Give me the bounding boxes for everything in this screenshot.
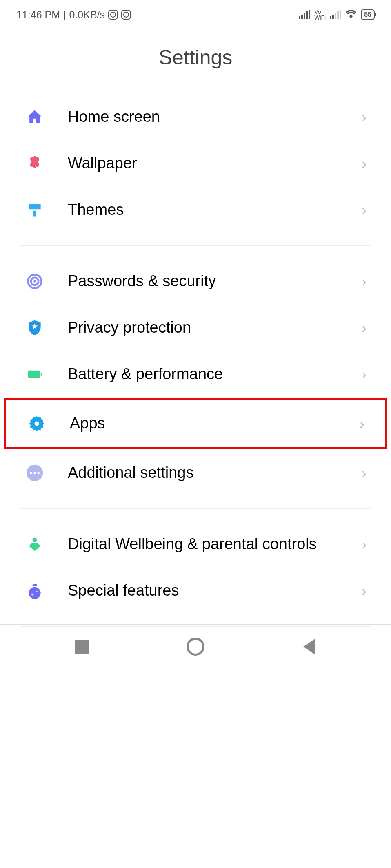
svg-point-2 <box>33 280 36 283</box>
battery-icon <box>24 364 45 384</box>
status-right: Vo WiFi 55 <box>299 8 375 21</box>
settings-item-label: Passwords & security <box>68 271 362 291</box>
circle-icon <box>187 638 204 656</box>
settings-item-label: Additional settings <box>68 463 362 483</box>
divider <box>20 245 371 246</box>
signal-icon <box>299 11 310 19</box>
chevron-right-icon: › <box>362 465 367 481</box>
chevron-right-icon: › <box>362 155 367 172</box>
status-data-rate: 0.0KB/s <box>69 9 105 21</box>
instagram-icon <box>121 10 131 20</box>
vowifi-icon: Vo WiFi <box>314 9 326 20</box>
flask-icon <box>24 581 45 601</box>
svg-point-12 <box>29 587 40 599</box>
svg-point-14 <box>36 591 38 592</box>
chevron-right-icon: › <box>362 320 367 336</box>
settings-item-label: Wallpaper <box>68 153 362 173</box>
wifi-icon <box>345 8 357 21</box>
settings-item-battery-performance[interactable]: Battery & performance › <box>20 351 371 398</box>
gear-icon <box>27 413 47 434</box>
navigation-bar <box>0 624 391 668</box>
svg-point-10 <box>33 538 37 542</box>
chevron-right-icon: › <box>362 536 367 552</box>
home-icon <box>24 107 45 127</box>
instagram-icon <box>108 10 118 20</box>
highlight-box: Apps › <box>4 398 387 449</box>
svg-point-7 <box>30 472 32 474</box>
settings-item-label: Home screen <box>68 107 362 127</box>
shield-icon <box>24 318 45 338</box>
settings-item-apps[interactable]: Apps › <box>22 400 369 447</box>
chevron-right-icon: › <box>360 415 364 432</box>
battery-icon: 55 <box>361 9 375 20</box>
settings-item-label: Special features <box>68 581 362 601</box>
settings-item-passwords-security[interactable]: Passwords & security › <box>20 258 371 305</box>
fingerprint-icon <box>24 271 45 292</box>
nav-back-button[interactable] <box>300 637 319 656</box>
nav-home-button[interactable] <box>186 637 205 656</box>
person-icon <box>24 534 45 554</box>
triangle-icon <box>303 638 315 655</box>
settings-list: Home screen › Wallpaper › Themes › Passw… <box>0 94 391 627</box>
chevron-right-icon: › <box>362 583 367 599</box>
svg-point-8 <box>33 472 36 474</box>
brush-icon <box>24 200 45 220</box>
settings-item-label: Themes <box>68 200 362 220</box>
signal-icon <box>330 11 341 19</box>
square-icon <box>75 640 89 654</box>
status-bar: 11:46 PM | 0.0KB/s Vo WiFi 55 <box>0 0 391 25</box>
status-time: 11:46 PM <box>16 9 60 21</box>
settings-item-label: Apps <box>70 413 360 433</box>
settings-item-wallpaper[interactable]: Wallpaper › <box>20 140 371 187</box>
svg-point-5 <box>35 422 39 426</box>
settings-item-home-screen[interactable]: Home screen › <box>20 94 371 140</box>
svg-rect-11 <box>33 584 37 587</box>
status-left: 11:46 PM | 0.0KB/s <box>16 9 131 21</box>
chevron-right-icon: › <box>362 202 367 218</box>
dots-icon <box>24 463 45 483</box>
nav-recents-button[interactable] <box>72 637 91 656</box>
svg-point-13 <box>31 593 34 596</box>
settings-item-special-features[interactable]: Special features › <box>20 568 371 614</box>
settings-item-privacy-protection[interactable]: Privacy protection › <box>20 305 371 351</box>
chevron-right-icon: › <box>362 273 367 289</box>
settings-item-themes[interactable]: Themes › <box>20 187 371 233</box>
settings-item-digital-wellbeing[interactable]: Digital Wellbeing & parental controls › <box>20 521 371 568</box>
settings-item-additional-settings[interactable]: Additional settings › <box>20 450 371 496</box>
chevron-right-icon: › <box>362 366 367 382</box>
chevron-right-icon: › <box>362 109 367 125</box>
divider <box>20 508 371 509</box>
settings-item-label: Digital Wellbeing & parental controls <box>68 534 362 554</box>
svg-rect-3 <box>28 371 40 378</box>
page-title: Settings <box>0 25 391 94</box>
settings-item-label: Battery & performance <box>68 364 362 384</box>
flower-icon <box>24 153 45 174</box>
svg-point-9 <box>37 472 40 474</box>
settings-item-label: Privacy protection <box>68 318 362 338</box>
svg-rect-4 <box>41 373 42 375</box>
